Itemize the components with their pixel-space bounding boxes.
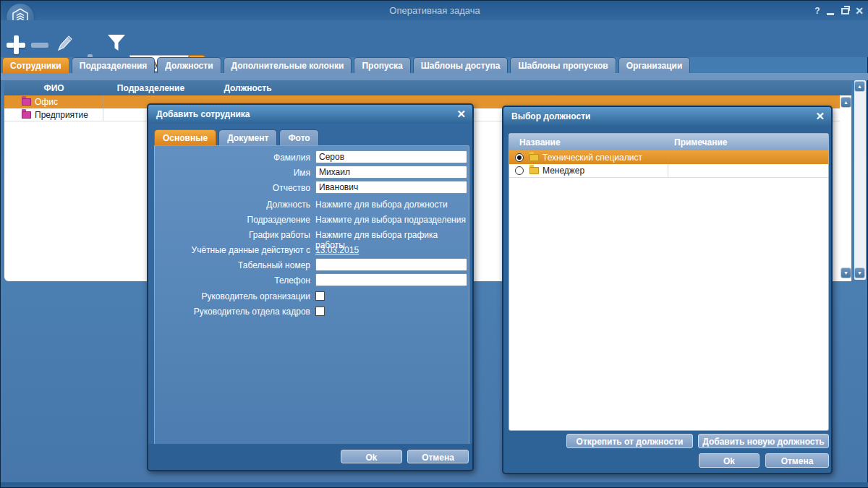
tab-organizations[interactable]: Организации [618, 57, 691, 73]
employee-table-header: ФИО Подразделение Должность [4, 80, 851, 95]
toolbar: Сотрудник ▼ [1, 20, 868, 57]
field-personnel-number: Табельный номер [155, 258, 469, 273]
restore-icon [841, 8, 849, 14]
help-icon: ? [814, 6, 820, 16]
folder-icon [529, 154, 539, 161]
dialog-tab-bar: Основные Документ Фото [154, 129, 319, 145]
column-header-fio[interactable]: ФИО [4, 80, 103, 95]
pencil-icon [54, 33, 75, 53]
minus-icon [31, 43, 48, 48]
position-name: Технический специалист [542, 153, 642, 163]
field-label: Руководитель организации [155, 291, 310, 301]
tab-extra-columns[interactable]: Дополнительные колонки [224, 57, 352, 73]
cancel-button[interactable]: Отмена [765, 453, 829, 468]
filter-funnel-icon [106, 34, 127, 53]
field-label: Имя [155, 168, 310, 178]
dialog-close-button[interactable]: ✕ [456, 108, 466, 121]
phone-input[interactable] [315, 273, 467, 286]
field-org-head: Руководитель организации [155, 289, 469, 304]
detach-position-button[interactable]: Открепить от должности [566, 434, 693, 448]
position-name: Менеджер [542, 166, 584, 176]
field-first-name: Имя [155, 166, 469, 180]
tab-passes[interactable]: Пропуска [354, 57, 410, 73]
middle-name-input[interactable] [315, 181, 467, 194]
row-label: Офис [35, 97, 58, 107]
folder-icon [22, 98, 31, 106]
arrow-up-icon: ▲ [843, 100, 848, 105]
personnel-number-input[interactable] [315, 258, 467, 271]
tab-pass-templates[interactable]: Шаблоны пропусков [510, 57, 616, 73]
arrow-down-icon: ▼ [843, 270, 848, 275]
field-label: Руководитель отдела кадров [155, 307, 310, 317]
row-label: Предприятие [35, 110, 88, 120]
credentials-date-link[interactable]: 13.03.2015 [315, 243, 359, 255]
field-middle-name: Отчество [155, 181, 469, 195]
dialog-close-button[interactable]: ✕ [815, 110, 825, 123]
position-table: Название Примечание Технический специали… [509, 133, 829, 431]
org-head-checkbox[interactable] [315, 291, 325, 301]
edit-button[interactable] [54, 33, 75, 56]
help-button[interactable]: ? [811, 4, 824, 17]
dialog-titlebar: Выбор должности [503, 107, 831, 126]
restore-button[interactable] [838, 4, 851, 17]
field-label: Табельный номер [155, 260, 310, 270]
field-hr-head: Руководитель отдела кадров [155, 304, 469, 319]
column-header-name[interactable]: Название [509, 134, 668, 150]
position-table-header: Название Примечание [509, 134, 828, 150]
field-label: Телефон [155, 275, 310, 286]
dialog-form-panel: Фамилия Имя Отчество Должность Нажмите д… [154, 145, 469, 445]
window-title: Оперативная задача [1, 5, 868, 16]
field-department: Подразделение Нажмите для выбора подразд… [155, 213, 469, 227]
field-label: Учётные данные действуют с [155, 245, 310, 255]
tab-positions[interactable]: Должности [157, 57, 221, 73]
field-schedule: График работы Нажмите для выбора графика… [155, 228, 469, 242]
field-label: График работы [155, 230, 310, 240]
ok-button[interactable]: Ok [341, 450, 402, 463]
cancel-button[interactable]: Отмена [407, 450, 469, 463]
add-button[interactable] [7, 35, 25, 54]
tab-departments[interactable]: Подразделения [72, 57, 156, 73]
scroll-down-button[interactable]: ▼ [854, 267, 865, 278]
dialog-tab-photo[interactable]: Фото [279, 129, 318, 145]
close-icon: ✕ [855, 5, 864, 17]
window-bottom-edge [1, 482, 868, 487]
minimize-button[interactable] [824, 4, 837, 17]
column-header-note[interactable]: Примечание [668, 134, 728, 150]
vertical-scrollbar[interactable] [854, 80, 866, 280]
first-name-input[interactable] [315, 166, 467, 179]
radio-unselected-icon[interactable] [515, 166, 524, 175]
add-position-button[interactable]: Добавить новую должность [698, 434, 829, 448]
dialog-titlebar: Добавить сотрудника [148, 105, 472, 124]
arrow-up-icon: ▲ [857, 84, 862, 89]
field-phone: Телефон [155, 273, 469, 288]
field-credentials-from: Учётные данные действуют с 13.03.2015 [155, 243, 469, 257]
column-header-department[interactable]: Подразделение [103, 80, 198, 95]
position-row[interactable]: Технический специалист [509, 150, 828, 164]
field-position: Должность Нажмите для выбора должности [155, 197, 469, 212]
dialog-tab-main[interactable]: Основные [154, 129, 216, 145]
position-row[interactable]: Менеджер [509, 164, 828, 178]
filter-button[interactable] [106, 34, 127, 55]
select-position-dialog: Выбор должности ✕ Название Примечание Те… [502, 106, 833, 474]
table-scroll-up-button[interactable]: ▲ [841, 97, 851, 108]
remove-button[interactable] [31, 35, 48, 48]
table-scroll-down-button[interactable]: ▼ [841, 267, 851, 278]
add-employee-dialog: Добавить сотрудника ✕ Основные Документ … [147, 103, 474, 471]
column-header-position[interactable]: Должность [198, 80, 297, 95]
application-window: Оперативная задача ? ✕ [0, 0, 868, 488]
position-picker-link[interactable]: Нажмите для выбора должности [315, 197, 448, 210]
tab-access-templates[interactable]: Шаблоны доступа [413, 57, 509, 73]
scroll-up-button[interactable]: ▲ [854, 81, 865, 92]
tab-employees[interactable]: Сотрудники [2, 57, 69, 73]
arrow-down-icon: ▼ [857, 270, 862, 275]
department-picker-link[interactable]: Нажмите для выбора подразделения [315, 213, 466, 225]
close-button[interactable]: ✕ [853, 4, 866, 17]
field-label: Фамилия [155, 153, 310, 163]
dialog-tab-document[interactable]: Документ [218, 129, 277, 145]
hr-head-checkbox[interactable] [315, 307, 325, 316]
radio-selected-icon[interactable] [515, 153, 524, 162]
last-name-input[interactable] [315, 150, 467, 163]
folder-icon [22, 111, 31, 119]
field-label: Должность [155, 200, 310, 210]
ok-button[interactable]: Ok [699, 453, 760, 468]
